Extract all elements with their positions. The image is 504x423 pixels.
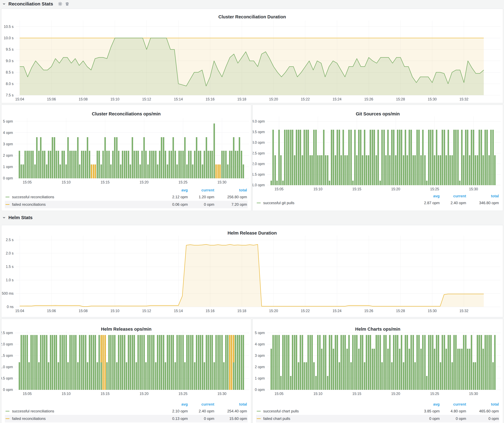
- legend-column-avg[interactable]: avg: [414, 402, 440, 406]
- x-axis-tick-label: 15:05: [23, 392, 32, 396]
- x-axis-tick-label: 15:12: [142, 97, 151, 101]
- panel-cluster-reconciliation-duration: Cluster Reconciliation Duration 10.5 s10…: [1, 9, 503, 103]
- x-axis-tick-label: 15:20: [139, 392, 149, 396]
- x-axis-tick-label: 15:10: [62, 180, 71, 184]
- panel-git-sources: Git Sources ops/min 4.0 opm3.5 opm3.0 op…: [252, 105, 503, 211]
- x-axis-tick-label: 15:30: [428, 97, 437, 101]
- legend-column-total[interactable]: total: [467, 194, 499, 198]
- section-header-reconciliation-stats[interactable]: Reconciliation Stats: [2, 1, 69, 6]
- chevron-down-icon: [2, 216, 6, 219]
- x-axis-tick-label: 15:06: [47, 309, 56, 313]
- x-axis-tick-label: 15:18: [237, 309, 246, 313]
- y-axis-tick-label: 1.0 opm: [1, 365, 13, 369]
- legend-column-total[interactable]: total: [215, 188, 248, 192]
- legend-series-label[interactable]: successful chart pulls: [263, 409, 299, 413]
- y-axis-tick-label: 8.0 s: [6, 82, 13, 86]
- x-axis-tick-label: 15:15: [101, 392, 110, 396]
- x-axis-tick-label: 15:24: [333, 97, 342, 101]
- legend-column-total[interactable]: total: [215, 402, 248, 406]
- legend-series-dash-icon: [6, 418, 10, 419]
- legend-series-label[interactable]: successful git pulls: [263, 201, 294, 205]
- y-axis-tick-label: 3.0 opm: [253, 141, 265, 145]
- x-axis-tick-label: 15:20: [269, 97, 278, 101]
- legend-column-avg[interactable]: avg: [414, 194, 440, 198]
- legend-row: failed chart pulls0 opm0 opm0 opm: [256, 415, 499, 422]
- legend-avg-value: 0 opm: [414, 417, 440, 421]
- chart-helm-releases[interactable]: 2.5 opm2.0 opm1.5 opm1.0 opm0.5 opm0 opm…: [1, 319, 251, 399]
- legend-series-label[interactable]: failed reconciliations: [12, 202, 46, 207]
- panel-helm-charts: Helm Charts ops/min 5 opm4 opm3 opm2 opm…: [252, 319, 503, 423]
- legend-current-value: 0 opm: [188, 202, 215, 207]
- x-axis-tick-label: 15:10: [110, 97, 119, 101]
- legend-column-avg[interactable]: avg: [162, 188, 188, 192]
- x-axis-tick-label: 15:12: [142, 309, 151, 313]
- legend-column-current[interactable]: current: [188, 402, 215, 406]
- legend-total-value: 346.80 opm: [467, 201, 499, 205]
- x-axis-tick-label: 15:26: [364, 97, 373, 101]
- legend-avg-value: 0.13 opm: [162, 417, 188, 421]
- x-axis-tick-label: 15:25: [430, 187, 439, 191]
- legend-series-dash-icon: [257, 203, 261, 203]
- legend-total-value: 15.60 opm: [215, 417, 248, 421]
- legend-series-label[interactable]: failed reconciliations: [12, 417, 46, 421]
- y-axis-tick-label: 1.5 opm: [253, 172, 265, 176]
- y-axis-tick-label: 1.5 s: [6, 264, 13, 269]
- legend-column-current[interactable]: current: [188, 188, 215, 192]
- legend-series-dash-icon: [6, 197, 10, 197]
- x-axis-tick-label: 15:18: [237, 97, 246, 101]
- legend-total-value: 7.20 opm: [215, 202, 248, 207]
- legend-column-current[interactable]: current: [440, 402, 467, 406]
- legend-current-value: 2.40 opm: [440, 201, 467, 205]
- legend-row: failed reconciliations0.13 opm0 opm15.60…: [5, 415, 248, 422]
- section-title: Reconciliation Stats: [8, 1, 53, 6]
- x-axis-tick-label: 15:10: [313, 392, 323, 396]
- y-axis-tick-label: 10.5 s: [4, 25, 13, 29]
- x-axis-tick-label: 15:14: [174, 97, 183, 101]
- x-axis-tick-label: 15:30: [469, 392, 478, 396]
- chart-helm-release-duration[interactable]: 2.5 s2.0 s1.5 s1.0 s500 ms0 ns15:0415:06…: [1, 225, 503, 317]
- y-axis-tick-label: 4 opm: [255, 342, 265, 346]
- y-axis-tick-label: 8.5 s: [6, 70, 13, 74]
- legend-avg-value: 2.87 opm: [414, 201, 440, 205]
- y-axis-tick-label: 1.0 opm: [253, 183, 265, 187]
- x-axis-tick-label: 15:05: [275, 392, 284, 396]
- legend-header-row: avgcurrenttotal: [5, 401, 248, 407]
- chart-cluster-reconciliation-duration[interactable]: 10.5 s10.0 s9.5 s9.0 s8.5 s8.0 s7.5 s15:…: [1, 9, 503, 103]
- x-axis-tick-label: 15:28: [396, 309, 405, 313]
- legend-total-value: 465.60 opm: [467, 409, 499, 413]
- gear-icon[interactable]: [58, 1, 62, 6]
- panel-cluster-reconciliations: Cluster Reconciliations ops/min 5 opm4 o…: [1, 105, 251, 211]
- x-axis-tick-label: 15:32: [459, 309, 468, 313]
- y-axis-tick-label: 0.5 opm: [1, 376, 13, 380]
- chart-git-sources[interactable]: 4.0 opm3.5 opm3.0 opm2.5 opm2.0 opm1.5 o…: [253, 105, 503, 192]
- y-axis-tick-label: 9.0 s: [6, 59, 13, 63]
- legend-series-dash-icon: [6, 411, 10, 411]
- legend-header-row: avgcurrenttotal: [256, 401, 499, 407]
- y-axis-tick-label: 2 opm: [255, 365, 265, 369]
- legend-total-value: 0 opm: [467, 417, 499, 421]
- y-axis-tick-label: 2.0 s: [6, 251, 13, 255]
- legend: avgcurrenttotalsuccessful reconciliation…: [5, 401, 248, 422]
- x-axis-tick-label: 15:25: [179, 392, 187, 396]
- x-axis-tick-label: 15:04: [15, 309, 24, 313]
- legend-column-current[interactable]: current: [440, 194, 467, 198]
- chart-cluster-reconciliations[interactable]: 5 opm4 opm3 opm2 opm1 opm0 opm15:0515:10…: [1, 105, 251, 186]
- legend-series-label[interactable]: successful reconciliations: [12, 409, 54, 413]
- x-axis-tick-label: 15:16: [205, 97, 215, 101]
- x-axis-tick-label: 15:05: [23, 180, 32, 184]
- chart-helm-charts[interactable]: 5 opm4 opm3 opm2 opm1 opm0 opm15:0515:10…: [253, 319, 503, 399]
- section-header-helm-stats[interactable]: Helm Stats: [2, 215, 33, 220]
- x-axis-tick-label: 15:20: [391, 187, 400, 191]
- legend-avg-value: 2.10 opm: [162, 409, 188, 413]
- panel-helm-release-duration: Helm Release Duration 2.5 s2.0 s1.5 s1.0…: [1, 225, 503, 317]
- y-axis-tick-label: 10.0 s: [4, 36, 13, 40]
- legend-current-value: 0 opm: [440, 417, 467, 421]
- trash-icon[interactable]: [65, 2, 69, 6]
- legend-series-label[interactable]: successful reconciliations: [12, 195, 54, 199]
- legend-series-label[interactable]: failed chart pulls: [263, 417, 290, 421]
- legend-column-total[interactable]: total: [467, 402, 499, 406]
- x-axis-tick-label: 15:20: [391, 392, 400, 396]
- x-axis-tick-label: 15:22: [301, 309, 310, 313]
- legend-column-avg[interactable]: avg: [162, 402, 188, 406]
- x-axis-tick-label: 15:16: [205, 309, 215, 313]
